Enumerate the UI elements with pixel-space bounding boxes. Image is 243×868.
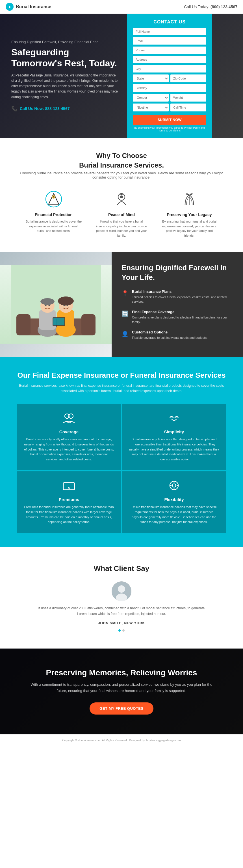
peace-icon xyxy=(112,189,131,209)
state-select[interactable]: State xyxy=(133,74,169,82)
hero-content: Ensuring Dignified Farewell, Providing F… xyxy=(0,14,127,138)
dot-2[interactable] xyxy=(123,629,125,631)
hero-cta[interactable]: 📞 Call Us Now: 888-123-4567 xyxy=(11,105,119,112)
why-card-legacy: Preserving Your Legacy By ensuring that … xyxy=(161,189,218,238)
svg-point-39 xyxy=(118,585,125,593)
why-card-peace: Peace of Mind Knowing that you have a bu… xyxy=(93,189,150,238)
svg-text:$: $ xyxy=(68,487,70,490)
options-desc: Flexible coverage to suit individual nee… xyxy=(132,335,208,340)
flexibility-card-title: Flexibility xyxy=(164,497,184,502)
phone-number: (800) 123 4567 xyxy=(211,4,237,9)
plans-icon: 📍 xyxy=(122,290,129,297)
logo-icon: ● xyxy=(6,3,14,11)
form-disclaimer: By submitting your information you agree… xyxy=(133,126,206,132)
phone-input[interactable] xyxy=(133,46,206,54)
preserving-description: With a commitment to transparency, compa… xyxy=(28,682,215,694)
full-name-input[interactable] xyxy=(133,28,206,35)
why-card-financial: $ Financial Protection Burial insurance … xyxy=(25,189,82,238)
birthday-input[interactable] xyxy=(133,84,206,92)
simplicity-card-title: Simplicity xyxy=(164,429,184,434)
footer: Copyright © domainname.com. All Rights R… xyxy=(0,734,243,746)
svg-point-5 xyxy=(120,195,123,198)
logo: ● Burial Insurance xyxy=(6,3,51,11)
testimonial-title: What Client Say xyxy=(34,564,209,573)
city-input[interactable] xyxy=(133,65,206,72)
plans-desc: Tailored policies to cover funeral expen… xyxy=(132,295,233,304)
svg-marker-1 xyxy=(49,193,59,204)
fe-card-simplicity: Simplicity Burial insurance policies are… xyxy=(122,404,226,470)
call-label: Call Us Today: xyxy=(184,4,209,9)
testimonial-text: It uses a dictionary of over 200 Latin w… xyxy=(34,606,209,617)
free-quotes-button[interactable]: GET MY FREE QUOTES xyxy=(89,703,153,715)
coverage-icon: 🔄 xyxy=(122,310,129,317)
simplicity-card-icon xyxy=(167,412,181,426)
svg-point-17 xyxy=(40,298,55,305)
legacy-desc: By ensuring that your funeral and burial… xyxy=(161,219,218,238)
footer-copyright: Copyright © domainname.com. All Rights R… xyxy=(6,739,237,742)
svg-point-20 xyxy=(48,305,50,306)
financial-icon: $ xyxy=(44,189,63,209)
legacy-title: Preserving Your Legacy xyxy=(167,212,212,217)
fe-card-flexibility: Flexibility Unlike traditional life insu… xyxy=(122,471,226,533)
phone-icon: 📞 xyxy=(11,105,18,112)
fe-title: Our Final Expense Insurance or Funeral I… xyxy=(17,371,226,380)
submit-button[interactable]: SUBMIT NOW xyxy=(133,115,206,125)
logo-text: Burial Insurance xyxy=(16,4,51,9)
svg-point-33 xyxy=(172,484,176,487)
financial-desc: Burial insurance is designed to cover th… xyxy=(25,219,82,233)
hero-tagline: Ensuring Dignified Farewell, Providing F… xyxy=(11,40,119,44)
svg-rect-10 xyxy=(81,314,96,335)
premiums-card-icon: $ xyxy=(62,480,76,494)
why-section: Why To Choose Burial Insurance Services.… xyxy=(0,138,243,252)
contact-form: CONTACT US State Gender Nicotine SUBMIT … xyxy=(127,14,212,138)
coverage-card-title: Coverage xyxy=(59,429,79,434)
premiums-card-desc: Premiums for burial insurance are genera… xyxy=(24,505,114,524)
financial-title: Financial Protection xyxy=(35,212,73,217)
flexibility-card-icon xyxy=(167,480,181,494)
testimonial-dots xyxy=(34,629,209,631)
svg-point-21 xyxy=(63,305,65,306)
fe-cards: Coverage Burial insurance typically offe… xyxy=(17,404,226,533)
contact-form-title: CONTACT US xyxy=(133,20,206,25)
svg-rect-24 xyxy=(53,318,64,325)
testimonial-section: What Client Say It uses a dictionary of … xyxy=(0,547,243,649)
call-time-input[interactable] xyxy=(170,103,206,112)
fe-card-coverage: Coverage Burial insurance typically offe… xyxy=(17,404,121,470)
weight-input[interactable] xyxy=(170,94,206,101)
coverage-title: Final Expense Coverage xyxy=(132,310,233,314)
svg-point-19 xyxy=(45,305,46,306)
coverage-card-icon xyxy=(62,412,76,426)
ensuring-section: Ensuring Dignified Farewell In Your Life… xyxy=(0,252,243,357)
options-icon: 👤 xyxy=(122,331,129,337)
peace-title: Peace of Mind xyxy=(108,212,135,217)
ensuring-item-coverage: 🔄 Final Expense Coverage Comprehensive p… xyxy=(122,310,233,324)
address-input[interactable] xyxy=(133,56,206,63)
premiums-card-title: Premiums xyxy=(59,497,79,502)
legacy-icon xyxy=(180,189,199,209)
plans-title: Burial Insurance Plans xyxy=(132,289,233,294)
options-title: Customized Options xyxy=(132,330,208,334)
email-input[interactable] xyxy=(133,37,206,44)
ensuring-image xyxy=(0,252,112,357)
why-subtitle: Burial Insurance Services. xyxy=(17,161,226,169)
hero-title: Safeguarding Tomorrow's Rest, Today. xyxy=(11,47,119,68)
why-description: Choosing burial insurance can provide se… xyxy=(17,171,226,179)
nicotine-select[interactable]: Nicotine xyxy=(133,103,169,112)
zip-input[interactable] xyxy=(170,74,206,82)
coverage-desc: Comprehensive plans designed to alleviat… xyxy=(132,315,233,324)
testimonial-author: JOHN SMITH, NEW YORK xyxy=(34,621,209,625)
hero-description: At Peaceful Passage Burial Insurance, we… xyxy=(11,73,119,100)
why-title: Why To Choose xyxy=(17,152,226,160)
why-cards: $ Financial Protection Burial insurance … xyxy=(17,189,226,238)
ensuring-content: Ensuring Dignified Farewell In Your Life… xyxy=(112,252,243,357)
testimonial-avatar xyxy=(112,581,131,601)
preserving-section: Preserving Memories, Relieving Worries W… xyxy=(0,649,243,734)
dot-1[interactable] xyxy=(118,629,120,631)
gender-select[interactable]: Gender xyxy=(133,94,169,101)
coverage-card-desc: Burial insurance typically offers a mode… xyxy=(24,437,114,462)
final-expense-section: Our Final Expense Insurance or Funeral I… xyxy=(0,357,243,547)
ensuring-item-options: 👤 Customized Options Flexible coverage t… xyxy=(122,330,233,340)
svg-point-22 xyxy=(67,305,68,306)
ensuring-title: Ensuring Dignified Farewell In Your Life… xyxy=(122,263,233,282)
peace-desc: Knowing that you have a burial insurance… xyxy=(93,219,150,238)
